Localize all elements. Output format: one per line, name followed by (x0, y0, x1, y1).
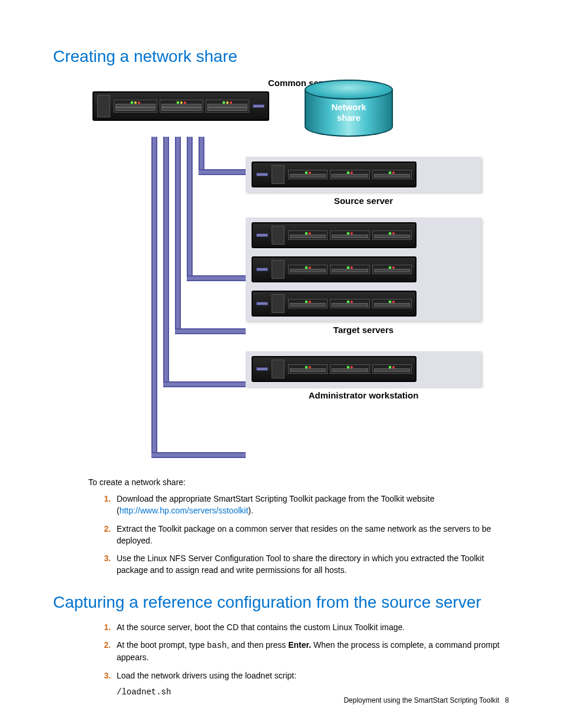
target-servers-slab (246, 218, 481, 321)
step-1-post: ). (248, 506, 253, 515)
target-server-graphic (252, 256, 416, 282)
section-heading-create-share: Creating a network share (53, 47, 509, 66)
label-admin-workstation: Administrator workstation (246, 390, 481, 400)
toolkit-link[interactable]: http://www.hp.com/servers/sstoolkit (120, 506, 249, 515)
enter-key: Enter. (288, 640, 311, 650)
target-server-graphic (252, 222, 416, 248)
label-target-servers: Target servers (246, 325, 481, 335)
step-1b: At the source server, boot the CD that c… (113, 621, 509, 633)
network-diagram: Common server Network share (81, 75, 481, 467)
section-heading-capture-config: Capturing a reference configuration from… (53, 593, 509, 612)
step-2: Extract the Toolkit package on a common … (113, 523, 509, 547)
common-server-graphic (92, 91, 269, 121)
steps-create-share: Download the appropriate SmartStart Scri… (101, 493, 509, 577)
step-2b-pre: At the boot prompt, type (117, 640, 207, 650)
label-common-server: Common server (122, 78, 481, 88)
label-source-server: Source server (246, 196, 481, 206)
admin-workstation-slab (246, 351, 481, 387)
bash-code: bash (207, 641, 227, 650)
page-footer: Deployment using the SmartStart Scriptin… (343, 696, 509, 704)
footer-text: Deployment using the SmartStart Scriptin… (343, 696, 499, 704)
source-server-graphic (252, 162, 416, 187)
step-2b-mid: , and then press (227, 640, 288, 650)
intro-create-share: To create a network share: (88, 477, 509, 487)
cable-bus (81, 137, 246, 467)
loadnet-code: /loadnet.sh (117, 687, 509, 697)
source-server-slab (246, 157, 481, 192)
step-1: Download the appropriate SmartStart Scri… (113, 493, 509, 517)
page-number: 8 (505, 696, 509, 704)
steps-capture-config: At the source server, boot the CD that c… (101, 621, 509, 681)
admin-workstation-graphic (252, 356, 416, 382)
step-3b: Load the network drivers using the loadn… (113, 670, 509, 681)
target-server-graphic (252, 291, 416, 317)
step-2b: At the boot prompt, type bash, and then … (113, 639, 509, 664)
step-3: Use the Linux NFS Server Configuration T… (113, 552, 509, 577)
network-share-cylinder: Network share (305, 80, 393, 137)
